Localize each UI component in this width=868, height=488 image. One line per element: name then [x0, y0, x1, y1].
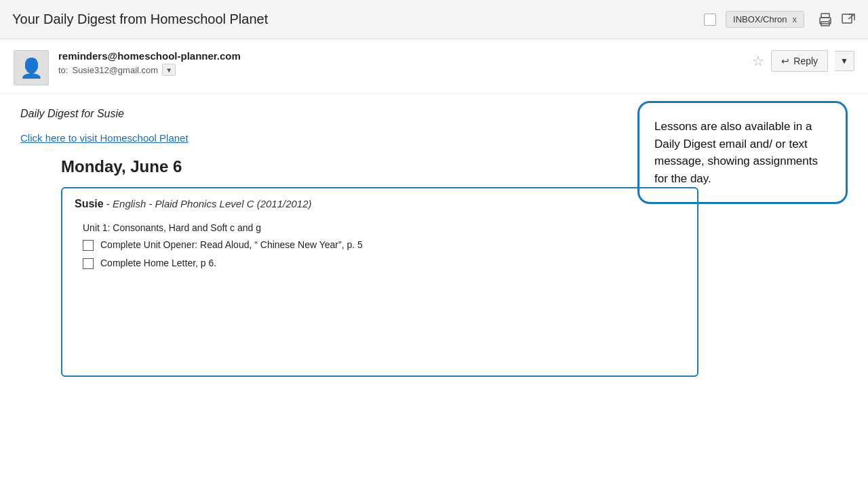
separator: - — [106, 198, 113, 209]
tab-label: INBOX/Chron — [733, 14, 787, 24]
to-address: Susie312@gmail.com — [72, 65, 158, 75]
callout-text: Lessons are also available in a Daily Di… — [654, 120, 818, 185]
top-bar: Your Daily Digest from Homeschool Planet… — [0, 0, 868, 39]
person-icon: 👤 — [20, 57, 43, 79]
sender-info: reminders@homeschool-planner.com to: Sus… — [58, 50, 752, 76]
to-dropdown-button[interactable]: ▼ — [162, 64, 176, 76]
svg-rect-4 — [842, 14, 852, 23]
svg-rect-1 — [821, 14, 829, 18]
task-item-1: Complete Unit Opener: Read Aloud, “ Chin… — [62, 236, 697, 254]
email-actions: ☆ ↩ Reply ▼ — [752, 50, 854, 72]
popout-icon[interactable] — [841, 12, 856, 27]
task-label-2: Complete Home Letter, p 6. — [100, 258, 216, 268]
task-checkbox-2[interactable] — [83, 258, 94, 269]
star-button[interactable]: ☆ — [752, 53, 764, 69]
svg-point-3 — [829, 20, 830, 21]
assignment-card: Susie - English - Plaid Phonics Level C … — [61, 187, 698, 377]
reply-arrow-icon: ↩ — [781, 56, 789, 66]
avatar: 👤 — [14, 50, 49, 85]
unit-title: Unit 1: Consonants, Hard and Soft c and … — [62, 217, 697, 236]
inbox-tab[interactable]: INBOX/Chron x — [726, 11, 804, 28]
select-checkbox[interactable] — [704, 14, 716, 26]
sender-email: reminders@homeschool-planner.com — [58, 50, 752, 62]
student-name: Susie — [75, 198, 104, 209]
print-icon[interactable] — [818, 12, 833, 27]
window-title: Your Daily Digest from Homeschool Planet — [12, 12, 704, 27]
top-icons — [818, 12, 856, 27]
email-header: 👤 reminders@homeschool-planner.com to: S… — [0, 39, 868, 94]
reply-dropdown-button[interactable]: ▼ — [835, 51, 854, 71]
assignment-header: Susie - English - Plaid Phonics Level C … — [62, 188, 697, 217]
email-body: Lessons are also available in a Daily Di… — [0, 94, 868, 390]
task-checkbox-1[interactable] — [83, 240, 94, 251]
sender-to-row: to: Susie312@gmail.com ▼ — [58, 64, 752, 76]
subject-name: English - Plaid Phonics Level C (2011/20… — [113, 198, 312, 209]
to-label: to: — [58, 65, 68, 75]
task-item-2: Complete Home Letter, p 6. — [62, 254, 697, 272]
reply-label: Reply — [793, 56, 818, 66]
task-label-1: Complete Unit Opener: Read Aloud, “ Chin… — [100, 239, 363, 250]
tab-close-button[interactable]: x — [793, 14, 797, 24]
reply-button[interactable]: ↩ Reply — [771, 50, 828, 72]
